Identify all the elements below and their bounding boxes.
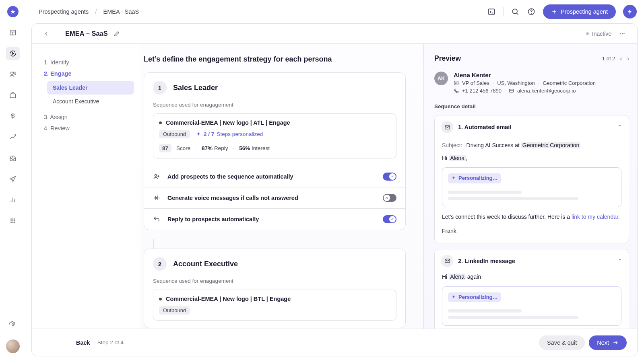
svg-point-1 [512, 9, 517, 14]
edit-icon[interactable] [114, 31, 120, 37]
collapse-icon[interactable]: ⌃ [617, 124, 622, 130]
linkedin-icon [454, 80, 459, 86]
sequence-label: Sequence used for enagagement [153, 278, 396, 284]
rail-layout-icon[interactable] [6, 26, 20, 39]
center-heading: Let’s define the engagement strategy for… [144, 55, 406, 64]
status-badge: Inactive [586, 31, 611, 37]
step-assign[interactable]: 3. Assign [44, 111, 134, 123]
mail-icon [509, 88, 514, 93]
subject-label: Subject: [442, 141, 462, 150]
step-progress: Step 2 of 4 [97, 339, 124, 346]
next-label: Next [597, 339, 609, 346]
svg-point-15 [12, 222, 14, 223]
svg-point-11 [10, 220, 12, 222]
rail-briefcase-icon[interactable] [6, 88, 20, 102]
steps-personalized: 2 / 7 Steps personalized [196, 131, 263, 137]
svg-point-14 [10, 222, 12, 223]
rail-inbox-icon[interactable] [6, 151, 20, 165]
preview-title: Preview [434, 54, 461, 63]
bolt-icon[interactable] [623, 5, 637, 19]
sequence-step-title: 2. LinkedIn message [458, 258, 515, 264]
persona-name: Sales Leader [173, 84, 218, 92]
breadcrumb-sep: / [95, 8, 97, 15]
svg-point-13 [14, 220, 15, 222]
email-followup: Let’s connect this week to discuss furth… [442, 213, 621, 222]
sequence-detail-label: Sequence detail [434, 103, 629, 109]
rail-settings-icon[interactable] [6, 318, 20, 331]
toggle-reply[interactable] [383, 215, 396, 223]
sequence-box[interactable]: Commercial-EMEA | New logo | ATL | Engag… [153, 113, 396, 158]
sequence-name: Commercial-EMEA | New logo | BTL | Engag… [166, 296, 291, 302]
rail-users-icon[interactable] [6, 68, 20, 81]
outbound-chip: Outbound [159, 306, 190, 315]
pager-next-icon[interactable]: › [627, 55, 629, 62]
back-chevron-icon[interactable] [43, 31, 50, 37]
persona-card-1: 1 Sales Leader Sequence used for enagage… [144, 72, 406, 230]
sequence-label: Sequence used for enagagement [153, 102, 396, 108]
rail-bars-icon[interactable] [6, 193, 20, 207]
substep-account-executive[interactable]: Account Executive [47, 95, 134, 108]
separator [503, 7, 504, 16]
svg-point-21 [155, 175, 157, 177]
sequence-name: Commercial-EMEA | New logo | ATL | Engag… [166, 119, 290, 126]
calendar-link[interactable]: link to my calendar [572, 214, 618, 220]
persona-number: 1 [153, 81, 167, 95]
phone-icon [454, 88, 459, 93]
rail-send-icon[interactable] [6, 172, 20, 186]
pager-prev-icon[interactable]: ‹ [620, 55, 622, 62]
svg-point-6 [14, 72, 16, 74]
step-identify[interactable]: 1. Identify [44, 57, 134, 68]
search-icon[interactable] [511, 7, 520, 16]
rail-trend-icon[interactable] [6, 130, 20, 144]
next-button[interactable]: Next [589, 335, 627, 350]
back-button[interactable]: Back [76, 339, 90, 346]
rail-dollar-icon[interactable] [6, 109, 20, 123]
score-value: 87 [159, 144, 171, 152]
logo-icon[interactable] [7, 6, 19, 17]
status-dot-icon [586, 32, 589, 35]
toggle-add-prospects-label: Add prospects to the sequence automatica… [167, 173, 376, 180]
step-engage[interactable]: 2. Engage [44, 68, 134, 79]
personalizing-box: Personalizing… [442, 167, 621, 207]
sequence-step-2: 2. LinkedIn message ⌃ Hi Alena again Per… [434, 249, 629, 329]
reply-icon [153, 216, 161, 223]
svg-point-9 [12, 218, 14, 220]
toggle-voice-label: Generate voice messages if calls not ans… [167, 195, 376, 201]
rail-refresh-icon[interactable] [6, 47, 20, 60]
svg-rect-4 [10, 30, 16, 35]
contact-card: AK Alena Kenter VP of Sales· US, Washing… [434, 72, 629, 94]
page-title: EMEA – SaaS [65, 30, 108, 37]
svg-point-8 [10, 218, 12, 220]
voice-icon [153, 194, 161, 202]
breadcrumb-root[interactable]: Prospecting agents [39, 8, 89, 15]
user-avatar[interactable] [6, 339, 20, 353]
toggle-add-prospects[interactable] [383, 173, 396, 181]
toggle-voice[interactable] [383, 194, 396, 202]
svg-point-10 [14, 218, 15, 220]
message-greeting: Hi Alena again [442, 273, 621, 282]
collapse-icon[interactable]: ⌃ [617, 258, 622, 264]
score-label: Score [176, 145, 190, 151]
persona-number: 2 [153, 257, 167, 271]
svg-point-16 [14, 222, 15, 223]
help-icon[interactable] [527, 7, 536, 16]
substep-sales-leader[interactable]: Sales Leader [47, 81, 134, 95]
step-review[interactable]: 4. Review [44, 123, 134, 134]
svg-rect-0 [489, 9, 495, 14]
card-connector [153, 239, 154, 249]
personalizing-box: Personalizing… [442, 286, 621, 326]
sequence-box[interactable]: Commercial-EMEA | New logo | BTL | Engag… [153, 290, 396, 321]
sidebar-toggle-icon[interactable] [487, 7, 496, 16]
more-menu-icon[interactable] [619, 30, 626, 37]
email-icon [441, 255, 453, 267]
save-quit-button[interactable]: Save & quit [539, 335, 585, 350]
svg-point-20 [623, 33, 625, 34]
prospecting-agent-button[interactable]: Prospecting agent [543, 4, 616, 19]
personalizing-badge: Personalizing… [448, 173, 501, 183]
separator [57, 29, 57, 39]
sequence-step-title: 1. Automated email [458, 124, 511, 130]
svg-point-19 [622, 33, 623, 34]
persona-name: Account Executive [173, 260, 238, 268]
contact-avatar: AK [434, 72, 448, 85]
rail-apps-icon[interactable] [6, 214, 20, 228]
